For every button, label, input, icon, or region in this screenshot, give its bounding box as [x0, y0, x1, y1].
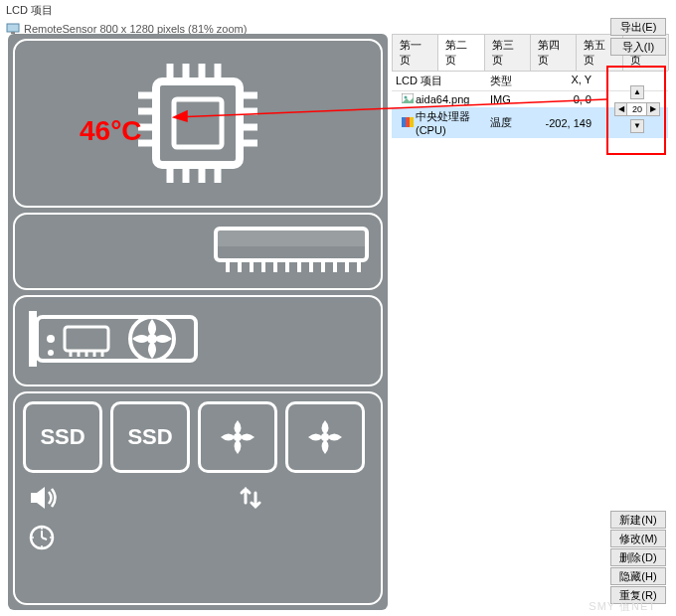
nudge-control: ▲ ◀ 20 px ▶ ▼	[610, 70, 662, 151]
bottom-panel: SSD SSD	[13, 391, 383, 605]
sensor-icon	[402, 117, 414, 129]
cpu-icon	[128, 54, 267, 193]
ssd2-tile: SSD	[110, 401, 190, 473]
row-type: IMG	[486, 91, 536, 107]
svg-rect-35	[29, 311, 37, 367]
nudge-up-button[interactable]: ▲	[630, 85, 644, 99]
svg-rect-2	[156, 81, 240, 165]
fan-icon	[215, 414, 260, 460]
row-label: 中央处理器(CPU)	[416, 109, 482, 136]
import-button[interactable]: 导入(I)	[610, 38, 666, 56]
nudge-value[interactable]: 20 px	[626, 102, 648, 116]
gpu-panel	[13, 295, 383, 386]
svg-rect-58	[406, 117, 410, 127]
svg-rect-21	[216, 229, 367, 246]
col-item[interactable]: LCD 项目	[392, 72, 486, 90]
nudge-right-button[interactable]: ▶	[646, 102, 660, 116]
cpu-temp-overlay[interactable]: 46°C	[80, 115, 142, 147]
image-icon	[402, 93, 414, 105]
modify-button[interactable]: 修改(M)	[610, 530, 666, 547]
tab-page-1[interactable]: 第一页	[392, 34, 438, 71]
tab-page-4[interactable]: 第四页	[530, 34, 577, 71]
bottom-buttons: 新建(N) 修改(M) 删除(D) 隐藏(H) 重复(R)	[610, 511, 666, 604]
svg-point-51	[41, 528, 43, 530]
tab-page-2[interactable]: 第二页	[437, 34, 484, 71]
svg-point-54	[32, 537, 34, 539]
top-buttons: 导出(E) 导入(I)	[610, 18, 666, 56]
svg-rect-57	[402, 117, 406, 127]
clock-icon	[29, 525, 55, 550]
svg-point-37	[48, 350, 54, 356]
ram-icon	[212, 223, 371, 280]
svg-rect-0	[7, 24, 19, 32]
lcd-preview: 46°C	[8, 34, 388, 610]
svg-point-53	[41, 545, 43, 547]
speaker-icon	[29, 485, 59, 511]
cpu-panel	[13, 39, 383, 208]
row-type: 温度	[486, 113, 536, 132]
col-xy[interactable]: X, Y	[536, 72, 595, 90]
nudge-down-button[interactable]: ▼	[630, 119, 644, 133]
watermark: SMY 值NET	[589, 599, 656, 614]
svg-line-50	[42, 538, 47, 539]
ssd1-tile: SSD	[23, 401, 102, 473]
fan1-tile	[198, 401, 277, 473]
fan-icon	[302, 414, 348, 460]
export-button[interactable]: 导出(E)	[610, 18, 666, 36]
network-icon	[238, 485, 263, 511]
svg-point-36	[47, 335, 55, 343]
delete-button[interactable]: 删除(D)	[610, 548, 666, 566]
svg-point-52	[50, 537, 52, 539]
svg-rect-59	[410, 117, 414, 127]
window-title: LCD 项目	[0, 0, 676, 21]
ram-panel	[13, 213, 383, 290]
tab-page-3[interactable]: 第三页	[484, 34, 531, 71]
col-type[interactable]: 类型	[486, 72, 536, 90]
gpu-icon	[25, 303, 224, 379]
row-label: aida64.png	[416, 93, 469, 105]
hide-button[interactable]: 隐藏(H)	[610, 567, 666, 585]
fan2-tile	[285, 401, 365, 473]
nudge-highlight: ▲ ◀ 20 px ▶ ▼	[606, 66, 666, 155]
svg-rect-3	[174, 99, 222, 147]
new-button[interactable]: 新建(N)	[610, 511, 666, 529]
svg-rect-38	[65, 327, 108, 351]
row-xy: -202, 149	[536, 115, 595, 131]
row-xy: 0, 0	[536, 91, 595, 107]
